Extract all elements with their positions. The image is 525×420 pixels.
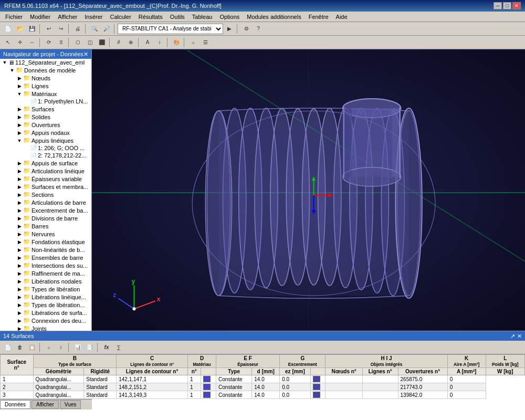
help-button[interactable]: ? — [253, 24, 264, 34]
view3d-button[interactable]: ⬡ — [72, 37, 83, 48]
dim-button[interactable]: ↕ — [154, 37, 165, 48]
tree-item-28[interactable]: ▶📁Libérations nodales — [0, 277, 91, 285]
tree-item-5[interactable]: 📄1: Polyethylen LN... — [0, 98, 91, 105]
tree-item-8[interactable]: ▶📁Ouvertures — [0, 121, 91, 129]
tree-item-4[interactable]: ▼📁Matériaux — [0, 90, 91, 98]
minimize-button[interactable]: ─ — [494, 2, 502, 9]
cell-r2-c10[interactable] — [310, 383, 326, 391]
new-button[interactable]: 📄 — [2, 24, 14, 34]
print-button[interactable]: 🖨 — [72, 24, 83, 34]
label-button[interactable]: A — [142, 37, 153, 48]
tree-item-29[interactable]: ▶📁Types de libération — [0, 285, 91, 293]
tree-item-14[interactable]: ▶📁Articulations linéique — [0, 167, 91, 175]
menu-item-calculer[interactable]: Calculer — [107, 13, 134, 20]
tree-item-30[interactable]: ▶📁Libérations linéique... — [0, 293, 91, 301]
cell-r3-c9[interactable]: 0.0 — [280, 391, 311, 399]
nav-tab-vues[interactable]: Vues — [60, 400, 81, 409]
cell-r2-c11[interactable] — [326, 383, 362, 391]
tree-item-23[interactable]: ▶📁Fondations élastique — [0, 238, 91, 246]
cell-r2-c5[interactable]: 1 — [187, 383, 201, 391]
cell-r2-c2[interactable]: Quadrangulai... — [33, 383, 84, 391]
close-button[interactable]: ✕ — [512, 2, 521, 9]
menu-item-outils[interactable]: Outils — [167, 13, 188, 20]
tree-item-22[interactable]: ▶📁Nervures — [0, 230, 91, 238]
cell-r2-c9[interactable]: 0.0 — [280, 383, 311, 391]
tree-item-24[interactable]: ▶📁Non-linéarités de b... — [0, 246, 91, 254]
tree-item-1[interactable]: ▼📁Données de modèle — [0, 66, 91, 74]
tree-item-17[interactable]: ▶📁Sections — [0, 191, 91, 198]
tree-item-10[interactable]: ▼📁Appuis linéiques — [0, 136, 91, 144]
cell-r3-c6[interactable] — [201, 391, 216, 399]
menu-item-modules-additionnels[interactable]: Modules additionnels — [244, 13, 304, 20]
rotate-button[interactable]: ⟳ — [43, 37, 55, 48]
cell-r2-c14[interactable]: 0 — [447, 383, 486, 391]
cell-r1-c8[interactable]: 14.0 — [252, 375, 280, 383]
cell-r1-c12[interactable] — [362, 375, 398, 383]
menu-item-aide[interactable]: Aide — [333, 13, 351, 20]
solid-button[interactable]: ⬛ — [96, 37, 108, 48]
bottom-panel-float-button[interactable]: ↗ — [510, 333, 515, 340]
cursor-button[interactable]: ✛ — [14, 37, 26, 48]
bt-sort[interactable]: ↕ — [55, 342, 67, 353]
bt-excel[interactable]: 📊 — [72, 342, 83, 353]
tree-item-9[interactable]: ▶📁Appuis nodaux — [0, 129, 91, 136]
tree-item-18[interactable]: ▶📁Articulations de barre — [0, 198, 91, 206]
cell-r1-c9[interactable]: 0.0 — [280, 375, 311, 383]
menu-item-fichier[interactable]: Fichier — [2, 13, 26, 20]
cell-r1-c11[interactable] — [326, 375, 362, 383]
cell-r2-c7[interactable]: Constante — [216, 383, 252, 391]
select-button[interactable]: ↖ — [2, 37, 14, 48]
filter-button[interactable]: ⬦ — [187, 37, 199, 48]
menu-item-options[interactable]: Options — [216, 13, 243, 20]
cell-r3-c4[interactable]: 141,3,149,3 — [117, 391, 188, 399]
tree-item-13[interactable]: ▶📁Appuis de surface — [0, 159, 91, 167]
move-button[interactable]: ↔ — [26, 37, 38, 48]
nav-tab-afficher[interactable]: Afficher — [32, 400, 59, 409]
tree-item-16[interactable]: ▶📁Surfaces et membra... — [0, 183, 91, 191]
tree-item-25[interactable]: ▶📁Ensembles de barre — [0, 254, 91, 261]
nav-tab-données[interactable]: Données — [0, 400, 30, 409]
menu-item-tableau[interactable]: Tableau — [189, 13, 216, 20]
cell-r3-c2[interactable]: Quadrangulai... — [33, 391, 84, 399]
tree-item-33[interactable]: ▶📁Connexion des deu... — [0, 317, 91, 324]
tree-item-12[interactable]: 📄2: 72,178,212-22... — [0, 152, 91, 159]
data-table-container[interactable]: Surfacen° BType de surface CLignes de co… — [0, 354, 525, 420]
cell-r2-c6[interactable] — [201, 383, 216, 391]
cell-r1-c4[interactable]: 142,1,147,1 — [117, 375, 188, 383]
wireframe-button[interactable]: ◫ — [84, 37, 96, 48]
snap-button[interactable]: ⊕ — [125, 37, 136, 48]
tree-item-15[interactable]: ▶📁Épaisseurs variable — [0, 175, 91, 183]
cell-r2-c8[interactable]: 14.0 — [252, 383, 280, 391]
bt-copy-row[interactable]: 📋 — [26, 342, 38, 353]
settings-button[interactable]: ⚙ — [240, 24, 252, 34]
layer-button[interactable]: ☰ — [200, 37, 211, 48]
stability-dropdown[interactable]: RF-STABILITY CA1 - Analyse de stabi — [118, 24, 223, 34]
tree-item-34[interactable]: ▶📁Joints — [0, 324, 91, 331]
cell-r1-c13[interactable]: 265875.0 — [398, 375, 447, 383]
maximize-button[interactable]: □ — [503, 2, 511, 9]
tree-item-27[interactable]: ▶📁Raffinement de ma... — [0, 269, 91, 277]
bt-pdf[interactable]: 📑 — [84, 342, 96, 353]
bt-fx[interactable]: fx — [101, 342, 112, 353]
tree-item-11[interactable]: 📄1: 206; G; OOO ... — [0, 144, 91, 152]
menu-item-modifier[interactable]: Modifier — [27, 13, 54, 20]
cell-r2-c13[interactable]: 217743.0 — [398, 383, 447, 391]
table-row-2[interactable]: 2Quadrangulai...Standard148,2,151,21Cons… — [1, 383, 525, 391]
nav-close-button[interactable]: ✕ — [83, 51, 88, 58]
cell-r3-c10[interactable] — [310, 391, 326, 399]
tree-item-31[interactable]: ▶📁Types de libération... — [0, 301, 91, 309]
undo-button[interactable]: ↩ — [43, 24, 55, 34]
cell-r1-c7[interactable]: Constante — [216, 375, 252, 383]
cell-r1-c2[interactable]: Quadrangulai... — [33, 375, 84, 383]
color-button[interactable]: 🎨 — [171, 37, 182, 48]
cell-r3-c1[interactable]: 3 — [1, 391, 34, 399]
menu-item-afficher[interactable]: Afficher — [55, 13, 80, 20]
tree-item-20[interactable]: ▶📁Divisions de barre — [0, 214, 91, 222]
grid-button[interactable]: # — [113, 37, 124, 48]
mirror-button[interactable]: ⧖ — [55, 37, 67, 48]
cell-r2-c1[interactable]: 2 — [1, 383, 34, 391]
cell-r3-c7[interactable]: Constante — [216, 391, 252, 399]
bt-new-row[interactable]: 📄 — [2, 342, 14, 353]
tree-item-19[interactable]: ▶📁Excentrement de ba... — [0, 206, 91, 214]
run-button[interactable]: ▶ — [224, 24, 235, 34]
